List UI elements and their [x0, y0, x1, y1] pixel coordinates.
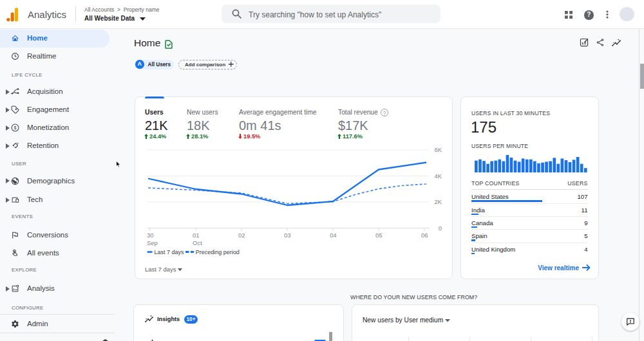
svg-text:Sep: Sep — [147, 239, 158, 246]
svg-text:$: $ — [14, 125, 17, 130]
svg-text:01: 01 — [193, 232, 200, 239]
svg-text:Preceding period: Preceding period — [196, 249, 240, 255]
svg-text:4K: 4K — [434, 172, 442, 180]
svg-text:02: 02 — [238, 232, 245, 239]
svg-text:Oct: Oct — [193, 239, 202, 246]
svg-text:06: 06 — [421, 232, 428, 239]
svg-text:2K: 2K — [434, 198, 442, 205]
svg-text:03: 03 — [284, 232, 291, 239]
svg-text:6K: 6K — [434, 146, 442, 153]
svg-text:30: 30 — [147, 232, 154, 239]
svg-text:0: 0 — [439, 225, 442, 232]
svg-text:Last 7 days: Last 7 days — [155, 249, 185, 255]
svg-text:04: 04 — [330, 232, 337, 239]
svg-text:05: 05 — [375, 232, 383, 239]
